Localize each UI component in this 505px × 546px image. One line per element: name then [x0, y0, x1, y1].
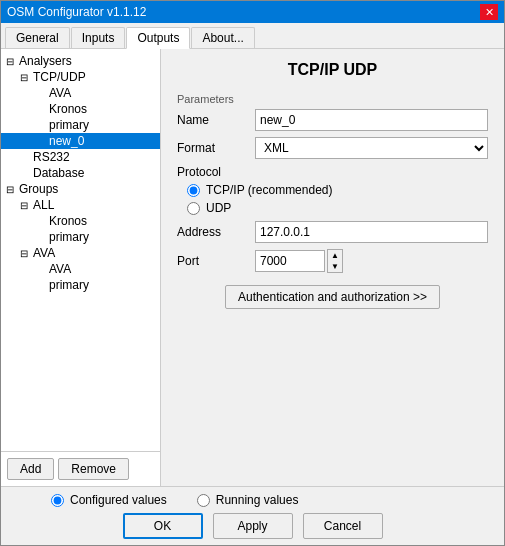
protocol-section: Protocol TCP/IP (recommended) UDP: [177, 165, 488, 215]
tree-item-kronos2[interactable]: Kronos: [1, 213, 160, 229]
auth-button-row: Authentication and authorization >>: [177, 281, 488, 309]
main-panel: TCP/IP UDP Parameters Name Format XML JS…: [161, 49, 504, 486]
tree-label-rs232: RS232: [31, 150, 72, 164]
tree-label-database: Database: [31, 166, 86, 180]
tree-label-groups: Groups: [17, 182, 60, 196]
tree-item-tcp-udp[interactable]: ⊟ TCP/UDP: [1, 69, 160, 85]
address-label: Address: [177, 225, 247, 239]
main-window: OSM Configurator v1.1.12 ✕ General Input…: [0, 0, 505, 546]
running-values-item[interactable]: Running values: [197, 493, 299, 507]
tree-label-ava-group: AVA: [31, 246, 57, 260]
add-button[interactable]: Add: [7, 458, 54, 480]
tree-label-primary3: primary: [47, 278, 91, 292]
tree-label-kronos: Kronos: [47, 102, 89, 116]
tree-item-ava[interactable]: AVA: [1, 85, 160, 101]
auth-button[interactable]: Authentication and authorization >>: [225, 285, 440, 309]
cancel-button[interactable]: Cancel: [303, 513, 383, 539]
configured-values-radio[interactable]: [51, 494, 64, 507]
port-spinner: ▲ ▼: [255, 249, 343, 273]
tree-label-primary: primary: [47, 118, 91, 132]
tree-item-new0[interactable]: new_0: [1, 133, 160, 149]
window-title: OSM Configurator v1.1.12: [7, 5, 146, 19]
udp-radio[interactable]: [187, 202, 200, 215]
tree-label-ava: AVA: [47, 86, 73, 100]
udp-label: UDP: [206, 201, 231, 215]
remove-button[interactable]: Remove: [58, 458, 129, 480]
udp-radio-item[interactable]: UDP: [187, 201, 488, 215]
tcp-radio-item[interactable]: TCP/IP (recommended): [187, 183, 488, 197]
tree-item-primary3[interactable]: primary: [1, 277, 160, 293]
tree-label-all: ALL: [31, 198, 56, 212]
close-button[interactable]: ✕: [480, 4, 498, 20]
running-values-radio[interactable]: [197, 494, 210, 507]
tab-bar: General Inputs Outputs About...: [1, 23, 504, 49]
values-radio-row: Configured values Running values: [11, 493, 494, 507]
parameters-label: Parameters: [177, 93, 488, 105]
tree-item-ava-group[interactable]: ⊟ AVA: [1, 245, 160, 261]
panel-title: TCP/IP UDP: [177, 61, 488, 79]
toggle-ava-group[interactable]: ⊟: [17, 248, 31, 259]
tab-inputs[interactable]: Inputs: [71, 27, 126, 48]
running-values-label: Running values: [216, 493, 299, 507]
address-group: Address: [177, 221, 488, 243]
toggle-all[interactable]: ⊟: [17, 200, 31, 211]
tree-item-rs232[interactable]: RS232: [1, 149, 160, 165]
toggle-analysers[interactable]: ⊟: [3, 56, 17, 67]
tree-label-kronos2: Kronos: [47, 214, 89, 228]
title-bar: OSM Configurator v1.1.12 ✕: [1, 1, 504, 23]
tree-label-primary2: primary: [47, 230, 91, 244]
port-down-button[interactable]: ▼: [328, 261, 342, 272]
name-label: Name: [177, 113, 247, 127]
toggle-groups[interactable]: ⊟: [3, 184, 17, 195]
tree-item-primary2[interactable]: primary: [1, 229, 160, 245]
apply-button[interactable]: Apply: [213, 513, 293, 539]
tree-area: ⊟ Analysers ⊟ TCP/UDP AVA: [1, 49, 160, 451]
port-group: Port ▲ ▼: [177, 249, 488, 273]
tcp-radio[interactable]: [187, 184, 200, 197]
tree-item-all[interactable]: ⊟ ALL: [1, 197, 160, 213]
tree-item-groups[interactable]: ⊟ Groups: [1, 181, 160, 197]
tree-item-database[interactable]: Database: [1, 165, 160, 181]
toggle-tcp-udp[interactable]: ⊟: [17, 72, 31, 83]
tab-about[interactable]: About...: [191, 27, 254, 48]
tree-item-ava2[interactable]: AVA: [1, 261, 160, 277]
protocol-label: Protocol: [177, 165, 488, 179]
port-spinner-buttons: ▲ ▼: [327, 249, 343, 273]
content-area: ⊟ Analysers ⊟ TCP/UDP AVA: [1, 49, 504, 486]
parameters-section: Parameters Name Format XML JSON CSV: [177, 93, 488, 309]
port-up-button[interactable]: ▲: [328, 250, 342, 261]
bottom-bar: Configured values Running values OK Appl…: [1, 486, 504, 545]
tree-item-kronos[interactable]: Kronos: [1, 101, 160, 117]
port-label: Port: [177, 254, 247, 268]
configured-values-label: Configured values: [70, 493, 167, 507]
protocol-radio-group: TCP/IP (recommended) UDP: [177, 183, 488, 215]
tree-label-tcp-udp: TCP/UDP: [31, 70, 88, 84]
name-input[interactable]: [255, 109, 488, 131]
format-label: Format: [177, 141, 247, 155]
sidebar-button-bar: Add Remove: [1, 451, 160, 486]
tab-outputs[interactable]: Outputs: [126, 27, 190, 49]
tcp-label: TCP/IP (recommended): [206, 183, 333, 197]
tree-label-new0: new_0: [47, 134, 86, 148]
name-group: Name: [177, 109, 488, 131]
address-input[interactable]: [255, 221, 488, 243]
tree-label-ava2: AVA: [47, 262, 73, 276]
ok-button[interactable]: OK: [123, 513, 203, 539]
sidebar: ⊟ Analysers ⊟ TCP/UDP AVA: [1, 49, 161, 486]
tree-item-analysers[interactable]: ⊟ Analysers: [1, 53, 160, 69]
tree-item-primary[interactable]: primary: [1, 117, 160, 133]
tree-label-analysers: Analysers: [17, 54, 74, 68]
format-group: Format XML JSON CSV: [177, 137, 488, 159]
bottom-button-bar: OK Apply Cancel: [11, 513, 494, 539]
format-select[interactable]: XML JSON CSV: [255, 137, 488, 159]
tab-general[interactable]: General: [5, 27, 70, 48]
configured-values-item[interactable]: Configured values: [51, 493, 167, 507]
port-input[interactable]: [255, 250, 325, 272]
